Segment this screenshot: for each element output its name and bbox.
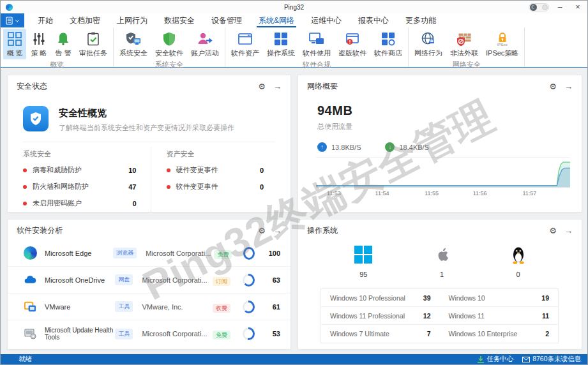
task-center-button[interactable]: 任务中心 [478,355,513,364]
ribbon-item-alert[interactable]: 告 警 [52,29,75,59]
security-shield-icon [23,106,49,131]
tab-doc-encryption[interactable]: 文档加密 [61,13,109,27]
red-dot-icon [167,185,170,189]
tab-more-features[interactable]: 更多功能 [397,13,444,27]
list-item[interactable]: 病毒和威胁防护 10 [23,165,137,175]
x-tick: 11:53 [327,190,341,197]
platform-count: 1 [440,271,444,278]
platform-count: 0 [516,271,520,278]
category-badge: 工具 [115,301,133,312]
tab-ops-center[interactable]: 运维中心 [303,13,350,27]
ribbon-group-software-compliance: 软件资产 操作系统 软件使用 [225,27,409,67]
score-ring [243,301,255,313]
status-bar: 就绪 任务中心 8760条未读信息 [1,354,587,364]
linux-penguin-icon [511,245,526,264]
platform-summary: 95 1 0 [298,245,582,278]
network-behavior-globe-icon [420,31,437,47]
table-row: Windows 7 Ultimate7 Windows 10 Enterpris… [321,325,558,343]
operating-system-card: 操作系统 ⚙ → 95 1 0 [298,219,582,350]
minimize-button[interactable]: – [553,1,567,13]
ribbon-item-ipsec-policy[interactable]: IPSec IPSec策略 [483,29,522,59]
arrow-right-icon[interactable]: → [273,82,282,91]
ribbon-item-system-security[interactable]: 系统安全 [116,29,151,59]
card-title: 操作系统 [307,225,549,236]
theme-toggle[interactable]: ☾ [529,3,549,11]
tab-report-center[interactable]: 报表中心 [350,13,397,27]
list-item[interactable]: 软件变更事件 0 [167,182,264,191]
ribbon-group-network-security: 网络行为 非法外联 IPSec IPSec策略 网络安全 [409,27,525,67]
chevron-down-icon [15,19,19,22]
security-software-shield-icon [161,31,177,47]
ribbon-item-network-behavior[interactable]: 网络行为 [411,29,446,59]
table-row[interactable]: Microsoft Update Health Tools 工具 Microso… [8,320,290,347]
table-row[interactable]: Microsoft Edge 浏览器 Microsoft Corporati..… [8,240,290,267]
ribbon-tab-bar: 开始 文档加密 上网行为 数据安全 设备管理 系统&网络 运维中心 报表中心 更… [1,13,587,27]
tab-device-management[interactable]: 设备管理 [203,13,250,27]
approval-clipboard-icon [85,31,102,47]
ribbon-item-illegal-connection[interactable]: 非法外联 [447,29,481,59]
table-row[interactable]: Microsoft OneDrive 网盘 Microsoft Corporat… [8,267,290,294]
software-usage-monitors-icon [308,31,325,47]
security-overview-subtitle: 了解终端当前系统安全性和资产变更情况并采取必要操作 [59,123,234,133]
arrow-right-icon[interactable]: → [564,82,573,91]
arrow-right-icon[interactable]: → [273,227,282,235]
gear-icon[interactable]: ⚙ [549,82,557,91]
software-store-icon [380,31,396,47]
ribbon-item-policy[interactable]: 策 略 [27,29,50,59]
app-menu-icon [6,17,14,25]
network-traffic-chart [316,157,570,188]
list-item[interactable]: 防火墙和网络防护 47 [23,182,137,191]
ribbon-item-approval-tasks[interactable]: 审批任务 [76,29,110,59]
ping32-window: Ping32 ☾ – × 开始 文档加密 上网行为 数据安全 设备管理 系统&网… [0,0,588,365]
traffic-legend: ↑ 13.8KB/S ↓ 18.4KB/S [317,142,429,152]
score-ring [243,274,255,287]
arrow-right-icon[interactable]: → [564,227,573,235]
overview-grid-icon [6,31,23,47]
x-tick: 11:57 [522,190,536,197]
title-bar: Ping32 ☾ – × [1,1,587,13]
total-traffic-label: 总使用流量 [317,122,582,131]
tab-system-network[interactable]: 系统&网络 [250,13,303,27]
tab-internet-behavior[interactable]: 上网行为 [109,13,156,27]
table-row[interactable]: VMware 工具 VMware, Inc. 收费 61 [8,294,290,320]
score-ring [243,247,255,260]
price-badge: 收费 [213,304,230,313]
network-summary-card: 网络概要 ⚙ → 94MB 总使用流量 ↑ 13.8KB/S ↓ 18.4KB/… [298,75,582,212]
price-badge: 免费 [213,331,230,339]
category-badge: 浏览器 [113,248,137,258]
onedrive-icon [23,273,37,287]
download-legend: ↓ 18.4KB/S [385,142,428,152]
app-menu-button[interactable] [1,13,24,27]
system-security-column: 系统安全 病毒和威胁防护 10 防火墙和网络防护 47 未启用密码账户 [23,147,151,215]
list-item[interactable]: 硬件变更事件 0 [167,165,264,175]
platform-apple: 1 [433,245,450,278]
account-activity-icon [197,31,213,47]
ribbon-item-overview[interactable]: 概 览 [3,29,26,59]
msi-tools-icon [23,327,37,341]
gear-icon[interactable]: ⚙ [549,227,557,235]
ribbon-item-security-software[interactable]: 安全软件 [152,29,186,59]
ribbon-item-software-asset[interactable]: 软件资产 [228,29,262,59]
software-analysis-card: 软件安装分析 ⚙ → Microsoft Edge 浏览器 Microsoft … [7,219,291,350]
vmware-icon [23,300,37,314]
gear-icon[interactable]: ⚙ [258,82,266,91]
table-row: Windows 10 Professional39 Windows 1019 [321,289,558,307]
gear-icon[interactable]: ⚙ [258,227,266,235]
ribbon-toolbar: 概 览 策 略 告 警 [1,27,587,68]
software-asset-window-icon [237,31,253,47]
price-badge: 免费 [214,250,232,259]
ribbon-item-operating-system[interactable]: 操作系统 [264,29,298,59]
policy-sliders-icon [31,31,47,47]
tab-data-security[interactable]: 数据安全 [156,13,203,27]
ribbon-item-pirated-software[interactable]: 盗版软件 [335,29,370,59]
list-item[interactable]: 未启用密码账户 0 [23,198,137,208]
software-list: Microsoft Edge 浏览器 Microsoft Corporati..… [8,240,290,347]
x-tick: 11:56 [473,190,487,197]
unread-messages-button[interactable]: 8760条未读信息 [522,355,581,364]
card-title: 网络概要 [307,81,549,92]
ribbon-item-software-usage[interactable]: 软件使用 [299,29,334,59]
ribbon-item-account-activity[interactable]: 账户活动 [188,29,222,59]
ribbon-item-software-store[interactable]: 软件商店 [371,29,405,59]
close-button[interactable]: × [571,1,585,13]
tab-start[interactable]: 开始 [29,13,61,27]
